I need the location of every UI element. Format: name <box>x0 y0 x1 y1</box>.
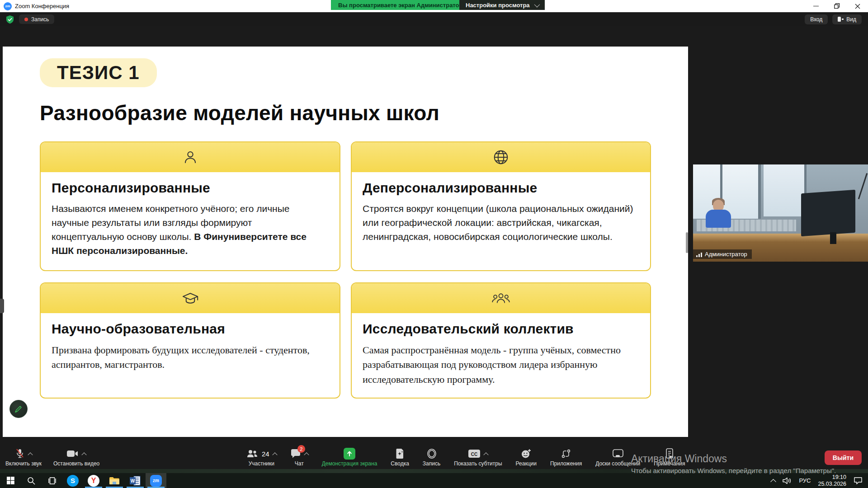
window-title: Zoom Конференция <box>15 3 69 9</box>
summary-icon <box>396 448 405 459</box>
summary-button[interactable]: Сводка <box>391 448 409 467</box>
close-icon <box>855 4 860 9</box>
mute-button[interactable]: Включить звук <box>5 448 42 467</box>
reactions-icon <box>521 448 532 459</box>
login-label: Вход <box>810 16 822 23</box>
apps-button[interactable]: Приложения <box>550 448 582 467</box>
card-heading: Исследовательский коллектив <box>363 321 637 337</box>
card-header <box>41 142 340 172</box>
speaker-icon[interactable] <box>783 477 792 484</box>
card-depersonalized: Деперсонализированные Строятся вокруг ко… <box>351 141 651 271</box>
svg-text:CC: CC <box>471 452 477 457</box>
tray-expand-chevron[interactable] <box>771 479 777 485</box>
search-icon <box>27 477 35 485</box>
card-header <box>352 283 650 313</box>
view-label: Вид <box>846 16 856 23</box>
left-edge-tab[interactable] <box>0 299 4 313</box>
taskbar-clock[interactable]: 19:10 25.03.2026 <box>818 474 846 488</box>
card-content: Научно-образовательная Призвана формиров… <box>41 313 340 383</box>
recording-label: Запись <box>31 16 49 23</box>
action-center-icon[interactable] <box>854 477 863 485</box>
annotate-button[interactable] <box>9 400 28 418</box>
apps-label: Приложения <box>550 460 582 467</box>
close-button[interactable] <box>847 0 868 12</box>
card-content: Персонализированные Называются именем ко… <box>41 172 340 268</box>
clock-date: 25.03.2026 <box>818 481 846 488</box>
skype-icon: S <box>67 475 79 487</box>
recording-indicator[interactable]: Запись <box>19 14 54 24</box>
card-educational: Научно-образовательная Призвана формиров… <box>40 282 340 399</box>
view-settings-label: Настройки просмотра <box>466 2 530 9</box>
share-screen-button[interactable]: Демонстрация экрана <box>322 448 377 467</box>
file-explorer-icon <box>109 476 120 485</box>
view-button[interactable]: Вид <box>832 14 862 24</box>
card-heading: Персонализированные <box>52 180 326 196</box>
video-options-chevron[interactable] <box>81 452 86 457</box>
card-research-team: Исследовательский коллектив Самая распро… <box>351 282 651 399</box>
card-text: Называются именем конкретного учёного; е… <box>52 202 326 258</box>
presentation-slide: ТЕЗИС 1 Разнообразие моделей научных шко… <box>3 47 688 437</box>
camera-icon <box>67 450 79 458</box>
taskbar-word-icon[interactable]: W <box>125 473 146 488</box>
participants-button[interactable]: 24 Участники <box>246 448 277 467</box>
captions-label: Показать субтитры <box>454 460 502 467</box>
taskbar-explorer-icon[interactable] <box>104 473 125 488</box>
screen: zm Zoom Конференция Вы просматриваете эк… <box>0 0 868 488</box>
zoom-icon: zm <box>150 475 162 487</box>
yandex-browser-icon: Y <box>88 475 99 487</box>
card-heading: Научно-образовательная <box>52 321 326 337</box>
taskbar-yandex-icon[interactable]: Y <box>83 473 104 488</box>
security-shield-icon[interactable] <box>5 15 14 24</box>
toolbar-center-group: 24 Участники 2 Чат <box>246 448 685 467</box>
captions-button[interactable]: CC Показать субтитры <box>454 448 502 467</box>
microphone-muted-icon <box>15 448 25 459</box>
login-button[interactable]: Вход <box>805 14 828 24</box>
globe-icon <box>492 149 509 166</box>
restore-button[interactable] <box>826 0 847 12</box>
restore-icon <box>834 3 840 9</box>
meeting-info-bar: Запись Вход Вид <box>0 12 868 26</box>
chat-options-chevron[interactable] <box>304 452 309 457</box>
stop-video-button[interactable]: Остановить видео <box>53 448 99 467</box>
record-dot-icon <box>24 18 28 21</box>
minimize-button[interactable] <box>806 0 826 12</box>
card-header <box>41 283 340 313</box>
record-icon <box>426 448 437 459</box>
share-screen-label: Демонстрация экрана <box>322 460 377 467</box>
start-button[interactable] <box>0 473 21 488</box>
taskbar-tray: РУС 19:10 25.03.2026 <box>771 473 868 488</box>
taskbar-search-button[interactable] <box>21 473 42 488</box>
participants-label: Участники <box>249 460 274 467</box>
windows-taskbar: S Y W zm <box>0 473 868 488</box>
reactions-button[interactable]: Реакции <box>516 448 537 467</box>
record-button[interactable]: Запись <box>423 448 440 467</box>
meeting-bar-right: Вход Вид <box>805 14 862 24</box>
screen-share-banner: Вы просматриваете экран Администратор <box>331 0 470 10</box>
windows-logo-icon <box>7 477 14 484</box>
signal-bars-icon <box>696 252 702 257</box>
task-view-button[interactable] <box>42 473 62 488</box>
language-indicator[interactable]: РУС <box>799 477 811 484</box>
video-monitor-stand <box>830 232 836 244</box>
participants-icon <box>246 449 258 458</box>
person-icon <box>182 149 199 166</box>
taskbar-zoom-icon[interactable]: zm <box>146 473 166 488</box>
participants-options-chevron[interactable] <box>272 452 277 457</box>
chat-unread-badge: 2 <box>297 445 305 453</box>
participant-video-thumbnail[interactable]: Администратор <box>693 164 868 262</box>
taskbar-skype-icon[interactable]: S <box>62 473 83 488</box>
clock-time: 19:10 <box>818 474 846 481</box>
chat-label: Чат <box>295 460 304 467</box>
view-layout-icon <box>838 17 844 22</box>
mute-options-chevron[interactable] <box>28 452 33 457</box>
word-icon: W <box>130 476 141 486</box>
chat-button[interactable]: 2 Чат <box>290 448 308 467</box>
watermark-line2: Чтобы активировать Windows, перейдите в … <box>631 467 836 474</box>
summary-label: Сводка <box>391 460 409 467</box>
participant-name-label: Администратор <box>693 249 752 259</box>
captions-options-chevron[interactable] <box>484 452 489 457</box>
panel-collapse-handle[interactable] <box>686 232 688 253</box>
video-person <box>706 200 732 226</box>
view-settings-button[interactable]: Настройки просмотра <box>459 0 545 10</box>
participants-count: 24 <box>262 450 269 458</box>
